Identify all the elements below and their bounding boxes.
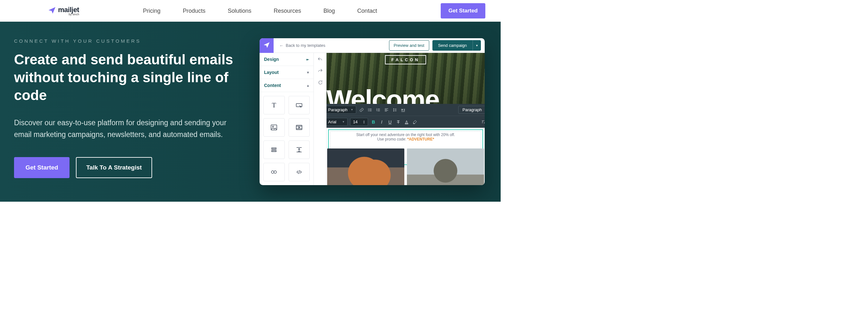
hero-headline-line2: without touching a single line of code [14,69,228,103]
email-editor: ← Back to my templates Preview and test … [259,38,485,185]
svg-rect-11 [405,123,408,124]
svg-rect-5 [272,151,276,152]
hero-headline: Create and send beautiful emails without… [14,51,244,104]
editor-logo[interactable] [259,38,274,53]
nav-blog[interactable]: Blog [323,8,335,14]
font-size-value: 14 [353,120,358,124]
svg-point-8 [368,109,368,109]
palette-design-row[interactable]: Design ⇤ [259,53,313,66]
content-blocks-grid: T [259,92,313,185]
paper-plane-icon [263,41,270,50]
spacer-block[interactable] [288,140,310,159]
arrow-left-icon: ← [279,43,284,48]
top-nav: mailjet by sinch Pricing Products Soluti… [0,0,501,22]
product-image-hiker[interactable] [407,148,484,185]
font-family-select[interactable]: Arial▼ [327,118,348,126]
line-height-icon[interactable] [392,107,398,113]
send-campaign-caret-button[interactable]: ▾ [473,40,481,51]
hero-headline-line1: Create and send beautiful emails [14,52,233,67]
back-link-label: Back to my templates [286,43,325,48]
editor-body: Design ⇤ Layout ▾ Content ▴ T [259,53,485,185]
hero-image: FALCON Welcome [327,53,485,107]
text-block[interactable]: T [264,96,285,114]
preview-test-button[interactable]: Preview and test [389,40,429,51]
template-brand-mark: FALCON [385,55,426,64]
nav-cta-button[interactable]: Get Started [441,3,485,19]
editor-canvas[interactable]: FALCON Welcome Paragraph▼ [327,53,485,185]
product-images-row [327,148,485,185]
product-image-boots[interactable] [327,148,404,185]
svg-rect-1 [271,125,277,130]
button-block[interactable] [288,96,310,114]
numbered-list-icon[interactable] [375,107,381,113]
svg-point-6 [271,171,274,173]
hero-buttons: Get Started Talk To A Strategist [14,157,244,178]
paragraph-style-select[interactable]: Paragraph▼ [327,106,356,114]
bullet-list-icon[interactable] [367,107,373,113]
undo-icon[interactable] [317,57,323,64]
promo-code: *ADVENTURE* [407,137,434,141]
paper-plane-icon [48,6,58,15]
hero-subcopy: Discover our easy-to-use platform for de… [14,117,231,140]
get-started-button[interactable]: Get Started [14,157,69,178]
svg-rect-4 [272,148,276,149]
svg-point-10 [368,110,368,111]
link-icon[interactable] [359,107,365,113]
hero-eyebrow: CONNECT WITH YOUR CUSTOMERS [14,38,244,44]
text-color-icon[interactable] [404,119,409,125]
letter-spacing-icon[interactable] [400,107,406,113]
chevron-up-icon: ▴ [307,84,309,88]
align-icon[interactable] [383,107,390,113]
nav-products[interactable]: Products [183,8,205,14]
talk-to-strategist-button[interactable]: Talk To A Strategist [76,157,152,178]
italic-icon[interactable]: I [379,119,384,125]
editor-top-actions: Preview and test Send campaign ▾ [389,40,481,51]
font-size-select[interactable]: 14 ▲▼ [350,118,368,126]
editor-topbar: ← Back to my templates Preview and test … [259,38,485,53]
nav-items: Pricing Products Solutions Resources Blo… [79,8,441,14]
promo-line-2: Use promo code: *ADVENTURE* [332,137,479,141]
send-campaign-button[interactable]: Send campaign [432,40,473,51]
hero: CONNECT WITH YOUR CUSTOMERS Create and s… [0,22,501,202]
palette-layout-label: Layout [264,70,279,75]
divider-block[interactable] [264,140,285,159]
palette-layout-row[interactable]: Layout ▾ [259,66,313,79]
font-family-value: Arial [328,120,336,124]
nav-pricing[interactable]: Pricing [143,8,160,14]
palette-content-row[interactable]: Content ▴ [259,79,313,92]
svg-point-2 [273,126,274,127]
clear-format-icon[interactable] [480,119,485,125]
underline-icon[interactable]: U [387,119,393,125]
paragraph-pill[interactable]: Paragraph [458,106,485,114]
nav-solutions[interactable]: Solutions [228,8,251,14]
promo-line-1: Start off your next adventure on the rig… [332,133,479,137]
html-block[interactable] [288,163,310,181]
history-column [314,53,327,185]
comment-icon[interactable] [317,80,323,87]
video-block[interactable] [288,118,310,137]
highlight-icon[interactable] [412,119,418,125]
paragraph-style-value: Paragraph [328,107,348,112]
bold-icon[interactable]: B [371,119,376,125]
back-to-templates-link[interactable]: ← Back to my templates [279,43,325,48]
redo-icon[interactable] [317,68,323,75]
collapse-left-icon: ⇤ [306,57,309,62]
svg-point-7 [274,171,276,173]
brand-logo[interactable]: mailjet by sinch [48,4,79,17]
hero-copy: CONNECT WITH YOUR CUSTOMERS Create and s… [14,38,244,185]
chevron-down-icon: ▾ [307,70,309,74]
palette-design-label: Design [264,57,279,62]
text-toolbar: Paragraph▼ Paragraph Arial▼ [327,104,485,128]
image-block[interactable] [264,118,285,137]
nav-resources[interactable]: Resources [274,8,301,14]
nav-contact[interactable]: Contact [357,8,377,14]
strikethrough-icon[interactable]: T [395,119,401,125]
left-palette: Design ⇤ Layout ▾ Content ▴ T [259,53,314,185]
social-block[interactable] [264,163,285,181]
palette-content-label: Content [264,83,281,88]
